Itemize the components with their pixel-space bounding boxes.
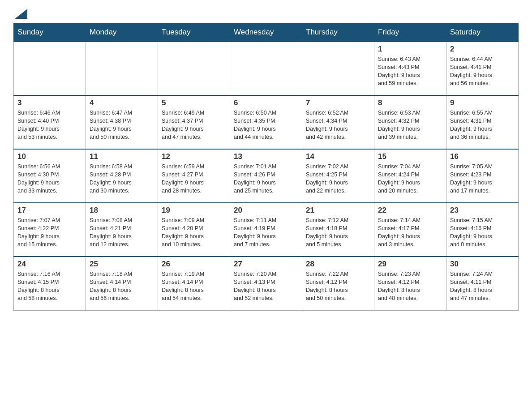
calendar-cell: 13Sunrise: 7:01 AM Sunset: 4:26 PM Dayli… bbox=[230, 149, 302, 203]
day-number: 20 bbox=[234, 206, 298, 215]
day-info: Sunrise: 7:14 AM Sunset: 4:17 PM Dayligh… bbox=[378, 216, 442, 249]
day-number: 9 bbox=[450, 98, 515, 107]
day-info: Sunrise: 6:50 AM Sunset: 4:35 PM Dayligh… bbox=[234, 109, 298, 141]
day-info: Sunrise: 7:12 AM Sunset: 4:18 PM Dayligh… bbox=[306, 216, 370, 249]
calendar-cell bbox=[86, 42, 158, 95]
day-number: 13 bbox=[234, 152, 298, 161]
calendar-cell: 21Sunrise: 7:12 AM Sunset: 4:18 PM Dayli… bbox=[302, 203, 374, 257]
day-info: Sunrise: 6:53 AM Sunset: 4:32 PM Dayligh… bbox=[378, 109, 442, 141]
day-number: 27 bbox=[234, 260, 298, 269]
day-number: 18 bbox=[90, 206, 154, 215]
day-info: Sunrise: 6:47 AM Sunset: 4:38 PM Dayligh… bbox=[90, 109, 154, 141]
day-number: 19 bbox=[162, 206, 226, 215]
calendar-cell bbox=[302, 42, 374, 95]
calendar-cell bbox=[14, 42, 86, 95]
calendar-cell: 27Sunrise: 7:20 AM Sunset: 4:13 PM Dayli… bbox=[230, 257, 302, 310]
week-row-1: 1Sunrise: 6:43 AM Sunset: 4:43 PM Daylig… bbox=[14, 42, 519, 95]
calendar-cell: 28Sunrise: 7:22 AM Sunset: 4:12 PM Dayli… bbox=[302, 257, 374, 310]
calendar-cell: 2Sunrise: 6:44 AM Sunset: 4:41 PM Daylig… bbox=[446, 42, 519, 95]
calendar-cell: 3Sunrise: 6:46 AM Sunset: 4:40 PM Daylig… bbox=[14, 95, 86, 149]
day-info: Sunrise: 7:07 AM Sunset: 4:22 PM Dayligh… bbox=[17, 216, 82, 249]
day-info: Sunrise: 6:49 AM Sunset: 4:37 PM Dayligh… bbox=[162, 109, 226, 141]
calendar-cell: 11Sunrise: 6:58 AM Sunset: 4:28 PM Dayli… bbox=[86, 149, 158, 203]
calendar-cell: 17Sunrise: 7:07 AM Sunset: 4:22 PM Dayli… bbox=[14, 203, 86, 257]
day-info: Sunrise: 7:04 AM Sunset: 4:24 PM Dayligh… bbox=[378, 163, 442, 195]
day-info: Sunrise: 6:52 AM Sunset: 4:34 PM Dayligh… bbox=[306, 109, 370, 141]
day-number: 22 bbox=[378, 206, 442, 215]
week-row-3: 10Sunrise: 6:56 AM Sunset: 4:30 PM Dayli… bbox=[14, 149, 519, 203]
day-number: 11 bbox=[90, 152, 154, 161]
calendar-cell: 25Sunrise: 7:18 AM Sunset: 4:14 PM Dayli… bbox=[86, 257, 158, 310]
day-info: Sunrise: 7:11 AM Sunset: 4:19 PM Dayligh… bbox=[234, 216, 298, 249]
day-info: Sunrise: 7:15 AM Sunset: 4:16 PM Dayligh… bbox=[450, 216, 515, 249]
day-number: 10 bbox=[17, 152, 82, 161]
calendar-cell: 15Sunrise: 7:04 AM Sunset: 4:24 PM Dayli… bbox=[374, 149, 446, 203]
calendar-cell: 12Sunrise: 6:59 AM Sunset: 4:27 PM Dayli… bbox=[158, 149, 230, 203]
day-number: 29 bbox=[378, 260, 442, 269]
day-info: Sunrise: 6:58 AM Sunset: 4:28 PM Dayligh… bbox=[90, 163, 154, 195]
day-info: Sunrise: 7:16 AM Sunset: 4:15 PM Dayligh… bbox=[17, 270, 82, 303]
logo bbox=[13, 9, 27, 18]
day-number: 15 bbox=[378, 152, 442, 161]
logo-triangle-icon bbox=[15, 9, 27, 19]
weekday-header-saturday: Saturday bbox=[446, 23, 519, 42]
weekday-header-monday: Monday bbox=[86, 23, 158, 42]
calendar-cell: 7Sunrise: 6:52 AM Sunset: 4:34 PM Daylig… bbox=[302, 95, 374, 149]
calendar-cell: 24Sunrise: 7:16 AM Sunset: 4:15 PM Dayli… bbox=[14, 257, 86, 310]
svg-marker-0 bbox=[15, 9, 27, 19]
day-number: 17 bbox=[17, 206, 82, 215]
day-info: Sunrise: 7:02 AM Sunset: 4:25 PM Dayligh… bbox=[306, 163, 370, 195]
calendar-cell: 8Sunrise: 6:53 AM Sunset: 4:32 PM Daylig… bbox=[374, 95, 446, 149]
week-row-5: 24Sunrise: 7:16 AM Sunset: 4:15 PM Dayli… bbox=[14, 257, 519, 310]
day-number: 1 bbox=[378, 45, 442, 54]
calendar-cell: 5Sunrise: 6:49 AM Sunset: 4:37 PM Daylig… bbox=[158, 95, 230, 149]
day-info: Sunrise: 7:18 AM Sunset: 4:14 PM Dayligh… bbox=[90, 270, 154, 303]
week-row-2: 3Sunrise: 6:46 AM Sunset: 4:40 PM Daylig… bbox=[14, 95, 519, 149]
weekday-header-sunday: Sunday bbox=[14, 23, 86, 42]
day-info: Sunrise: 7:09 AM Sunset: 4:20 PM Dayligh… bbox=[162, 216, 226, 249]
day-number: 3 bbox=[17, 98, 82, 107]
weekday-header-wednesday: Wednesday bbox=[230, 23, 302, 42]
calendar-cell: 14Sunrise: 7:02 AM Sunset: 4:25 PM Dayli… bbox=[302, 149, 374, 203]
calendar-cell: 20Sunrise: 7:11 AM Sunset: 4:19 PM Dayli… bbox=[230, 203, 302, 257]
calendar-cell bbox=[230, 42, 302, 95]
day-info: Sunrise: 7:19 AM Sunset: 4:14 PM Dayligh… bbox=[162, 270, 226, 303]
day-info: Sunrise: 6:56 AM Sunset: 4:30 PM Dayligh… bbox=[17, 163, 82, 195]
calendar-cell: 19Sunrise: 7:09 AM Sunset: 4:20 PM Dayli… bbox=[158, 203, 230, 257]
day-number: 21 bbox=[306, 206, 370, 215]
day-number: 14 bbox=[306, 152, 370, 161]
calendar-cell: 1Sunrise: 6:43 AM Sunset: 4:43 PM Daylig… bbox=[374, 42, 446, 95]
calendar-cell: 29Sunrise: 7:23 AM Sunset: 4:12 PM Dayli… bbox=[374, 257, 446, 310]
day-number: 7 bbox=[306, 98, 370, 107]
calendar-cell: 4Sunrise: 6:47 AM Sunset: 4:38 PM Daylig… bbox=[86, 95, 158, 149]
weekday-header-thursday: Thursday bbox=[302, 23, 374, 42]
day-number: 28 bbox=[306, 260, 370, 269]
day-number: 6 bbox=[234, 98, 298, 107]
day-number: 4 bbox=[90, 98, 154, 107]
day-number: 26 bbox=[162, 260, 226, 269]
day-number: 12 bbox=[162, 152, 226, 161]
calendar-cell: 30Sunrise: 7:24 AM Sunset: 4:11 PM Dayli… bbox=[446, 257, 519, 310]
weekday-header-friday: Friday bbox=[374, 23, 446, 42]
day-number: 25 bbox=[90, 260, 154, 269]
day-info: Sunrise: 6:44 AM Sunset: 4:41 PM Dayligh… bbox=[450, 55, 515, 88]
calendar-header-row: SundayMondayTuesdayWednesdayThursdayFrid… bbox=[14, 23, 519, 42]
day-info: Sunrise: 7:24 AM Sunset: 4:11 PM Dayligh… bbox=[450, 270, 515, 303]
calendar-cell: 9Sunrise: 6:55 AM Sunset: 4:31 PM Daylig… bbox=[446, 95, 519, 149]
day-number: 5 bbox=[162, 98, 226, 107]
day-number: 24 bbox=[17, 260, 82, 269]
day-info: Sunrise: 7:01 AM Sunset: 4:26 PM Dayligh… bbox=[234, 163, 298, 195]
day-info: Sunrise: 7:23 AM Sunset: 4:12 PM Dayligh… bbox=[378, 270, 442, 303]
day-info: Sunrise: 7:22 AM Sunset: 4:12 PM Dayligh… bbox=[306, 270, 370, 303]
calendar-cell: 6Sunrise: 6:50 AM Sunset: 4:35 PM Daylig… bbox=[230, 95, 302, 149]
day-info: Sunrise: 6:55 AM Sunset: 4:31 PM Dayligh… bbox=[450, 109, 515, 141]
day-info: Sunrise: 6:59 AM Sunset: 4:27 PM Dayligh… bbox=[162, 163, 226, 195]
day-info: Sunrise: 7:08 AM Sunset: 4:21 PM Dayligh… bbox=[90, 216, 154, 249]
day-info: Sunrise: 7:20 AM Sunset: 4:13 PM Dayligh… bbox=[234, 270, 298, 303]
calendar-table: SundayMondayTuesdayWednesdayThursdayFrid… bbox=[13, 23, 519, 311]
day-number: 8 bbox=[378, 98, 442, 107]
day-info: Sunrise: 7:05 AM Sunset: 4:23 PM Dayligh… bbox=[450, 163, 515, 195]
day-info: Sunrise: 6:43 AM Sunset: 4:43 PM Dayligh… bbox=[378, 55, 442, 88]
calendar-cell: 23Sunrise: 7:15 AM Sunset: 4:16 PM Dayli… bbox=[446, 203, 519, 257]
calendar-cell: 16Sunrise: 7:05 AM Sunset: 4:23 PM Dayli… bbox=[446, 149, 519, 203]
